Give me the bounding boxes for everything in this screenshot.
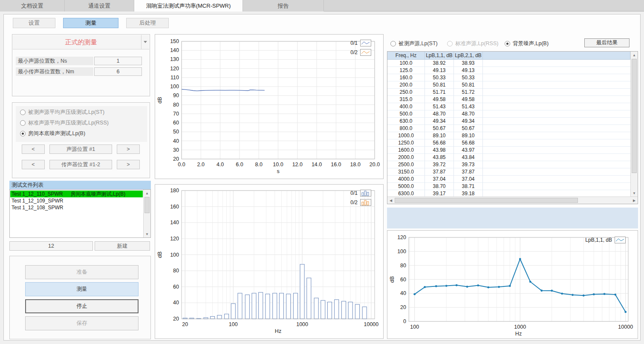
column-header[interactable]: LpB,1,1, dB	[425, 52, 454, 60]
scroll-down-icon[interactable]: ▼	[144, 231, 150, 237]
scroll-down-icon[interactable]: ▼	[631, 190, 638, 197]
svg-text:120: 120	[170, 66, 179, 72]
subtab-measure[interactable]: 测量	[63, 18, 118, 28]
scroll-left-icon[interactable]: ◀	[387, 197, 394, 204]
level-cell: 38.71	[454, 183, 483, 190]
table-row[interactable]: 630.049.3449.34	[387, 118, 630, 125]
nm-field-input[interactable]: 6	[94, 67, 142, 76]
file-list-scrollbar[interactable]: ▲ ▼	[143, 190, 150, 237]
svg-text:dB: dB	[389, 276, 395, 283]
tab-report[interactable]: 报告	[243, 0, 324, 12]
level-cell: 38.93	[454, 60, 483, 67]
mic-next-button[interactable]: >	[117, 160, 140, 169]
scroll-thumb[interactable]	[632, 59, 637, 173]
table-row[interactable]: 3150.037.8737.87	[387, 168, 630, 176]
result-radio-lp-st[interactable]: 被测声源,Lp(ST)	[390, 40, 438, 47]
table-row[interactable]: 200.050.8150.81	[387, 81, 630, 89]
row-filler	[483, 154, 630, 161]
table-vscrollbar[interactable]: ▲ ▼	[630, 52, 638, 197]
table-row[interactable]: 6300.039.1739.18	[387, 190, 630, 197]
table-row[interactable]: 1600.043.9843.97	[387, 147, 630, 154]
list-item[interactable]: Test 1_12_109_SPWR	[10, 197, 143, 204]
subtab-postprocess[interactable]: 后处理	[126, 18, 169, 28]
radio-disabled-icon	[447, 41, 453, 46]
table-row[interactable]: 4000.037.0437.04	[387, 176, 630, 183]
file-list[interactable]: Test 1_12_110_SPWR房间本底噪声测试,Lp(B)Test 1_1…	[9, 189, 151, 238]
freq-cell: 1600.0	[387, 147, 425, 154]
table-row[interactable]: 2000.043.8543.84	[387, 154, 630, 161]
result-radio-lp-rss[interactable]: 标准声源,Lp(RSS)	[447, 40, 498, 47]
svg-text:140: 140	[170, 220, 179, 225]
stop-button[interactable]: 停止	[25, 299, 139, 313]
table-row[interactable]: 2500.039.7239.73	[387, 161, 630, 168]
svg-text:30: 30	[173, 147, 179, 153]
legend-entry: 0/1	[350, 190, 371, 197]
list-item[interactable]: Test 1_12_110_SPWR房间本底噪声测试,Lp(B)	[10, 191, 143, 197]
level-cell: 39.17	[425, 190, 454, 197]
table-row[interactable]: 250.051.7151.72	[387, 89, 630, 96]
ns-field-input[interactable]: 1	[94, 57, 142, 65]
mic-prev-button[interactable]: <	[22, 160, 45, 169]
scroll-right-icon[interactable]: ▶	[631, 197, 638, 204]
chevron-down-icon[interactable]	[141, 35, 149, 49]
table-hscrollbar[interactable]: ◀ ▶	[387, 197, 638, 204]
svg-text:Hz: Hz	[275, 328, 281, 334]
svg-text:12.0: 12.0	[292, 162, 303, 168]
subtab-settings[interactable]: 设置	[13, 18, 55, 28]
file-number-input[interactable]: 12	[9, 241, 93, 251]
table-row[interactable]: 100.038.9238.93	[387, 60, 630, 67]
source-prev-button[interactable]: <	[22, 145, 45, 154]
result-radio-lp-b[interactable]: 背景噪声,Lp(B)	[505, 40, 549, 47]
radio-lp-rss[interactable]: 标准声源平均声压级测试,Lp(RSS)	[20, 119, 109, 127]
column-header[interactable]: LpB,2,1, dB	[454, 52, 483, 60]
level-cell: 49.13	[454, 67, 483, 74]
level-cell: 39.73	[454, 161, 483, 168]
table-row[interactable]: 400.051.4351.43	[387, 103, 630, 110]
svg-text:70: 70	[173, 111, 179, 117]
prepare-button[interactable]: 准备	[25, 265, 139, 279]
list-item[interactable]: Test 1_12_108_SPWR	[10, 204, 143, 211]
test-type-group: 被测声源平均声压级测试,Lp(ST) 标准声源平均声压级测试,Lp(RSS) 房…	[12, 102, 150, 178]
level-cell: 37.87	[454, 168, 483, 176]
measure-mode-dropdown[interactable]: 正式的测量	[13, 35, 149, 49]
level-cell: 43.85	[425, 154, 454, 161]
result-spectrum-svg: 020406080100120100100010000HzdB	[387, 231, 638, 338]
radio-lp-st[interactable]: 被测声源平均声压级测试,Lp(ST)	[20, 109, 104, 116]
table-row[interactable]: 125.049.1349.13	[387, 67, 630, 74]
scroll-up-icon[interactable]: ▲	[144, 190, 150, 197]
svg-text:80: 80	[173, 102, 179, 108]
table-row[interactable]: 315.049.5849.58	[387, 96, 630, 103]
new-file-button[interactable]: 新建	[95, 241, 150, 251]
column-header[interactable]: Freq., Hz	[387, 52, 425, 60]
radio-lp-b[interactable]: 房间本底噪声测试,Lp(B)	[20, 130, 85, 137]
radio-lp-b-label: 房间本底噪声测试,Lp(B)	[28, 130, 85, 137]
svg-text:120: 120	[397, 234, 406, 240]
table-row[interactable]: 800.050.6750.67	[387, 125, 630, 132]
table-row[interactable]: 5000.038.7038.71	[387, 183, 630, 190]
save-button[interactable]: 保存	[25, 316, 139, 330]
level-cell: 51.72	[454, 89, 483, 96]
tab-mcr-spwr[interactable]: 混响室法测试声功率(MCR-SPWR)	[134, 0, 243, 12]
scroll-up-icon[interactable]: ▲	[631, 52, 638, 58]
final-result-button[interactable]: 最后结果	[584, 38, 630, 47]
source-next-button[interactable]: >	[117, 145, 140, 154]
table-row[interactable]: 1000.089.1089.10	[387, 132, 630, 139]
time-history-chart: 20304050607080901001101201301401500.02.0…	[155, 34, 384, 179]
freq-cell: 800.0	[387, 125, 425, 132]
radio-circle-icon	[20, 120, 26, 126]
measure-button[interactable]: 测量	[25, 282, 139, 296]
scroll-thumb[interactable]	[144, 197, 150, 213]
result-radio-lp-b-label: 背景噪声,Lp(B)	[513, 40, 549, 47]
scroll-thumb[interactable]	[395, 198, 578, 203]
table-row[interactable]: 500.048.7048.70	[387, 110, 630, 118]
freq-cell: 2000.0	[387, 154, 425, 161]
table-row[interactable]: 1250.056.6856.68	[387, 139, 630, 147]
mic-position-button[interactable]: 传声器位置 #1-2	[49, 160, 112, 169]
table-row[interactable]: 160.050.3350.33	[387, 74, 630, 81]
line-series-icon	[360, 40, 371, 46]
file-name: Test 1_12_108_SPWR	[12, 205, 63, 211]
tab-doc-settings[interactable]: 文档设置	[0, 0, 65, 12]
source-position-button[interactable]: 声源位置 #1	[49, 145, 112, 154]
tab-channel-settings[interactable]: 通道设置	[65, 0, 134, 12]
svg-text:20: 20	[182, 321, 188, 327]
